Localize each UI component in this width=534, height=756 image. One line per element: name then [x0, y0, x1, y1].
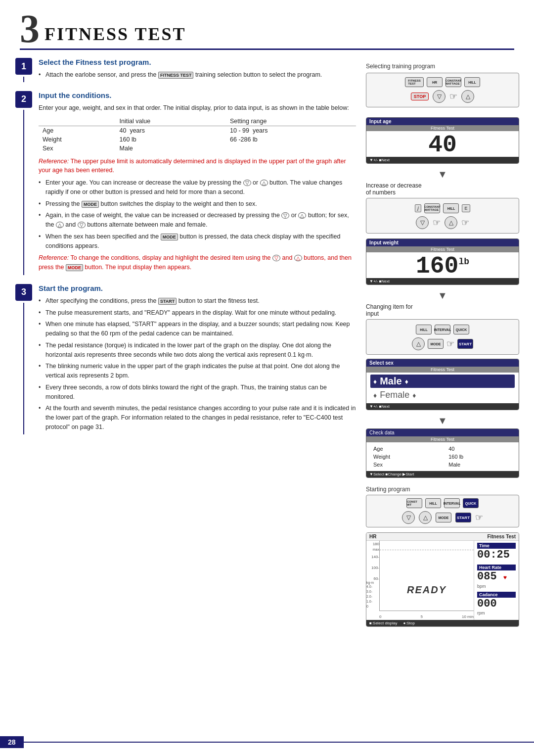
btn-hill: HILL	[464, 77, 480, 87]
bullet-2-4: When the sex has been specified and the …	[39, 232, 356, 251]
conditions-table: Initial value Setting range Age 40 years…	[39, 117, 356, 153]
graph-main: READY	[379, 541, 474, 611]
table-row: Sex Male	[39, 144, 356, 153]
inc-dec-up: △	[445, 216, 457, 229]
step-number-col-3: 3	[15, 284, 33, 434]
hr-unit: bpm	[477, 584, 516, 589]
fitness-test-button-inline: FITNESS TEST	[158, 72, 194, 79]
check-data-footer: ▼Select ■Change ▶Start	[366, 471, 519, 477]
btn-up-3: △	[419, 511, 432, 524]
kg-20: 2.0-	[366, 595, 372, 598]
check-sex-value: Male	[446, 461, 514, 468]
step-1-heading: Select the Fitness test program.	[39, 58, 356, 66]
start-hand-icon: ☞	[475, 512, 483, 523]
btn-mode: MODE	[428, 339, 444, 349]
select-training-label: Selecting training program	[366, 63, 519, 70]
select-sex-footer: ▼+/- ■Next	[366, 403, 519, 410]
inc-dec-down: ▽	[416, 216, 429, 229]
btn-hill-2: HILL	[416, 325, 432, 334]
section-1: 1 Select the Fitness test program. Attac…	[15, 58, 356, 82]
input-weight-sub: Fitness Test	[366, 246, 519, 252]
inc-dec-hand-1: ☞	[433, 217, 441, 228]
inc-dec-device: ⅉ CONSTANTWATTAGE HILL E ▽ ☞ △ ☞	[366, 198, 519, 234]
row-age-initial: 40 years	[116, 126, 226, 135]
inc-dec-buttons: ⅉ CONSTANTWATTAGE HILL E	[370, 201, 515, 215]
footer-check-text: ▼Select ■Change ▶Start	[369, 472, 414, 476]
btn-quick: QUICK	[453, 325, 469, 334]
check-age-value: 40	[446, 445, 514, 452]
step-line-2	[23, 110, 24, 275]
select-sex-panel: Select sex Fitness Test ♦ Male ♦ ♦ Femal…	[366, 359, 519, 410]
main-content: 1 Select the Fitness test program. Attac…	[0, 50, 534, 637]
input-age-value: 40	[366, 131, 519, 157]
section-3: 3 Start the program. After specifying th…	[15, 284, 356, 434]
footer-sex-left: ▼+/- ■Next	[369, 404, 390, 409]
hr-metric-label: Heart Rate	[477, 565, 516, 570]
right-column: Selecting training program FITNESSTEST H…	[366, 58, 519, 627]
input-weight-value: 160lb	[366, 252, 519, 278]
row-weight-range: 66 -286 lb	[226, 135, 356, 144]
btn-start: START	[457, 339, 473, 349]
change-item-hand: ☞	[446, 338, 454, 349]
bullet-3-6: Every three seconds, a row of dots blink…	[39, 383, 356, 402]
weight-unit: lb	[458, 257, 469, 267]
row-weight-label: Weight	[39, 135, 116, 144]
change-item-bottom: △ MODE ☞ START	[370, 336, 515, 351]
select-sex-body: ♦ Male ♦ ♦ Female ♦	[366, 373, 519, 403]
fitness-display-body: 180 max 140- 100- 60- kg·m 4.0- 3.0- 2.0…	[366, 541, 519, 620]
ready-text: READY	[407, 584, 446, 596]
page-number-box: 28	[0, 736, 24, 748]
inc-dec-btn-j: ⅉ	[415, 204, 421, 212]
select-sex-header: Select sex	[366, 359, 519, 367]
step-1-bullets: Attach the earlobe sensor, and press the…	[39, 70, 356, 80]
btn-up-circle: △	[461, 90, 474, 103]
start-device-bottom: ▽ △ MODE START ☞	[370, 511, 515, 524]
dotted-max-line	[380, 550, 474, 550]
fitness-display-bottom: ■:Select display ●:Stop	[366, 620, 519, 626]
bullet-3-7: At the fourth and seventh minutes, the p…	[39, 404, 356, 431]
check-weight-label: Weight	[371, 453, 445, 460]
step-line-1	[23, 77, 24, 82]
input-age-header: Input age	[366, 118, 519, 125]
step-2-bullets: Enter your age. You can increase or decr…	[39, 178, 356, 250]
bullet-1-1: Attach the earlobe sensor, and press the…	[39, 70, 356, 80]
check-weight-value: 160 lb	[446, 453, 514, 460]
input-age-panel: Input age Fitness Test 40 ▼+/- ■Next	[366, 117, 519, 164]
spacer-1	[366, 107, 519, 117]
time-label: Time	[477, 543, 516, 549]
y-140: 140-	[371, 555, 379, 559]
col-header-range: Setting range	[226, 117, 356, 126]
time-metric: Time 00:25	[477, 543, 516, 562]
bullet-2-1: Enter your age. You can increase or decr…	[39, 178, 356, 197]
btn-hr: HR	[427, 77, 443, 87]
cadence-unit: rpm	[477, 611, 516, 615]
arrow-right-female: ♦	[412, 391, 416, 399]
check-age-label: Age	[371, 445, 445, 452]
check-data-sub: Fitness Test	[366, 436, 519, 442]
row-age-label: Age	[39, 126, 116, 135]
step-3-heading: Start the program.	[39, 284, 356, 292]
ref-label-2: Reference:	[39, 254, 69, 261]
hr-metric: Heart Rate 085 ♥ bpm	[477, 565, 516, 588]
arrow-down-1: ▼	[366, 169, 519, 180]
page: 3 FITNESS TEST 1 Select the Fitness test…	[0, 0, 534, 756]
input-age-sub: Fitness Test	[366, 125, 519, 131]
ref-label-1: Reference:	[39, 158, 69, 165]
step-3-content: Start the program. After specifying the …	[39, 284, 356, 434]
kg-0: 0	[366, 605, 368, 608]
col-header-initial: Initial value	[116, 117, 226, 126]
row-sex-range	[226, 144, 356, 153]
step-line-3	[23, 303, 24, 434]
kg-label: kg·m	[366, 581, 374, 584]
change-item-panel: Changing item forinput HILL INTERVAL QUI…	[366, 303, 519, 355]
left-column: 1 Select the Fitness test program. Attac…	[15, 58, 356, 627]
male-label: Male	[380, 376, 401, 387]
input-weight-header: Input weight	[366, 239, 519, 246]
change-item-label: Changing item forinput	[366, 303, 519, 317]
btn-interval: INTERVAL	[435, 325, 450, 334]
cadence-metric: Cadance 000 rpm	[477, 592, 516, 615]
change-item-top: HILL INTERVAL QUICK	[370, 323, 515, 336]
btn-stop: STOP	[411, 93, 429, 100]
step-2-content: Input the conditions. Enter your age, we…	[39, 91, 356, 275]
step-badge-1: 1	[15, 58, 32, 75]
